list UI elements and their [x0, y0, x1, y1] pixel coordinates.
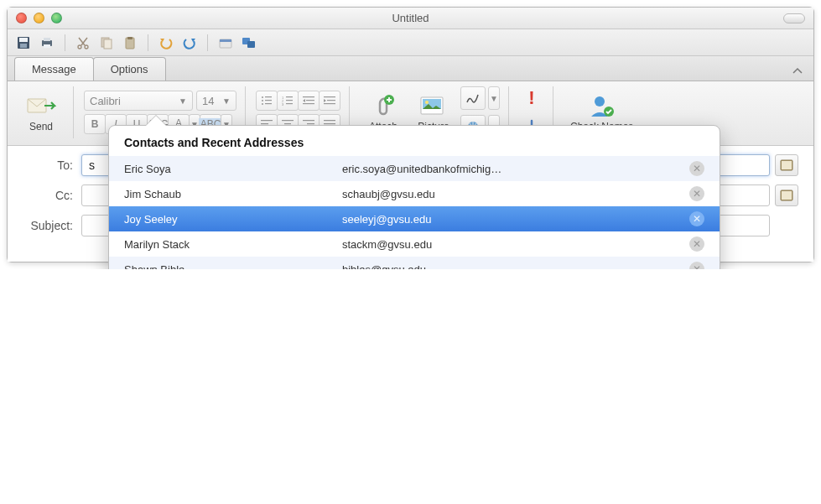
- remove-suggestion-icon[interactable]: ✕: [689, 236, 704, 252]
- to-label: To:: [23, 158, 81, 172]
- svg-rect-5: [44, 44, 50, 48]
- remove-suggestion-icon[interactable]: ✕: [689, 161, 704, 176]
- undo-icon[interactable]: [157, 34, 175, 52]
- cut-icon[interactable]: [74, 34, 92, 52]
- svg-point-50: [425, 101, 429, 104]
- titlebar-pill[interactable]: [783, 13, 805, 23]
- increase-indent-button[interactable]: [319, 91, 340, 111]
- font-family-select[interactable]: Calibri ▼: [84, 91, 193, 111]
- svg-rect-30: [306, 100, 314, 101]
- paperclip-icon: [368, 92, 398, 119]
- svg-point-7: [85, 45, 88, 49]
- svg-rect-58: [782, 191, 787, 200]
- contact-email: stackm@gvsu.edu: [342, 238, 689, 251]
- redo-icon[interactable]: [180, 34, 199, 52]
- cc-label: Cc:: [23, 189, 81, 202]
- svg-rect-34: [324, 103, 335, 104]
- svg-rect-32: [324, 96, 335, 97]
- quick-access-toolbar: [8, 29, 813, 56]
- svg-point-21: [262, 103, 263, 105]
- send-label: Send: [29, 121, 53, 132]
- signature-button[interactable]: [460, 86, 486, 110]
- window-title: Untitled: [8, 12, 813, 24]
- contact-email: seeleyj@gvsu.edu: [342, 213, 689, 226]
- svg-rect-56: [787, 161, 792, 169]
- svg-rect-29: [303, 96, 314, 97]
- picture-icon: [418, 92, 449, 119]
- svg-rect-38: [282, 120, 294, 121]
- svg-rect-59: [787, 191, 792, 200]
- autocomplete-item[interactable]: Eric Soyaeric.soya@unitedbankofmichig…✕: [109, 156, 720, 181]
- contact-email: eric.soya@unitedbankofmichig…: [342, 163, 689, 175]
- toolbox-icon[interactable]: [216, 34, 235, 52]
- bullet-list-button[interactable]: [256, 91, 278, 111]
- contact-email: schaubj@gvsu.edu: [342, 188, 689, 200]
- separator: [148, 34, 148, 51]
- remove-suggestion-icon[interactable]: ✕: [689, 186, 704, 201]
- contact-name: Marilyn Stack: [124, 238, 342, 251]
- chevron-down-icon: ▼: [222, 96, 231, 106]
- high-importance-button[interactable]: !: [519, 86, 544, 110]
- print-icon[interactable]: [38, 34, 56, 52]
- contact-name: Shawn Bible: [124, 263, 342, 270]
- svg-text:3: 3: [282, 102, 284, 106]
- remove-suggestion-icon[interactable]: ✕: [689, 211, 704, 226]
- windows-icon[interactable]: [240, 34, 258, 52]
- signature-dropdown[interactable]: ▼: [488, 86, 500, 110]
- svg-rect-55: [782, 161, 787, 169]
- contact-email: bibles@gvsu.edu: [342, 263, 689, 270]
- separator: [207, 34, 208, 51]
- paste-icon[interactable]: [121, 34, 139, 52]
- svg-rect-24: [286, 96, 293, 97]
- svg-rect-11: [127, 37, 133, 39]
- autocomplete-popover: Contacts and Recent Addresses Eric Soyae…: [108, 125, 720, 269]
- address-book-cc-button[interactable]: [775, 184, 798, 206]
- svg-rect-18: [265, 96, 272, 97]
- number-list-button[interactable]: 123: [277, 91, 299, 111]
- svg-rect-22: [265, 103, 272, 104]
- tab-options[interactable]: Options: [93, 57, 166, 81]
- svg-point-19: [262, 100, 263, 101]
- send-button[interactable]: Send: [18, 89, 65, 136]
- autocomplete-item[interactable]: Joy Seeleyseeleyj@gvsu.edu✕: [109, 206, 720, 231]
- svg-rect-2: [20, 44, 27, 48]
- svg-rect-15: [247, 41, 255, 48]
- collapse-ribbon-icon[interactable]: [782, 62, 813, 81]
- titlebar: Untitled: [8, 8, 813, 29]
- separator: [65, 34, 65, 51]
- compose-window: Untitled: [7, 7, 814, 262]
- svg-point-6: [78, 45, 81, 49]
- tab-message[interactable]: Message: [14, 57, 94, 81]
- svg-point-17: [262, 96, 263, 98]
- autocomplete-list: Eric Soyaeric.soya@unitedbankofmichig…✕J…: [109, 156, 720, 269]
- decrease-indent-button[interactable]: [298, 91, 320, 111]
- address-book-to-button[interactable]: [775, 154, 798, 176]
- contact-name: Jim Schaub: [124, 188, 342, 200]
- svg-rect-4: [44, 38, 50, 41]
- svg-rect-1: [19, 38, 28, 42]
- bold-button[interactable]: B: [84, 114, 106, 134]
- svg-rect-31: [303, 103, 314, 104]
- font-size-value: 14: [202, 95, 214, 107]
- autocomplete-heading: Contacts and Recent Addresses: [124, 136, 704, 149]
- autocomplete-item[interactable]: Marilyn Stackstackm@gvsu.edu✕: [109, 231, 720, 257]
- send-icon: [26, 92, 56, 119]
- chevron-down-icon: ▼: [179, 96, 187, 106]
- contact-name: Eric Soya: [124, 163, 342, 175]
- ribbon-tabs: Message Options: [8, 56, 813, 81]
- svg-rect-13: [220, 39, 231, 42]
- contact-name: Joy Seeley: [124, 213, 342, 226]
- copy-icon[interactable]: [97, 34, 116, 52]
- save-icon[interactable]: [14, 34, 33, 52]
- autocomplete-item[interactable]: Jim Schaubschaubj@gvsu.edu✕: [109, 181, 720, 206]
- remove-suggestion-icon[interactable]: ✕: [689, 262, 704, 269]
- font-size-select[interactable]: 14 ▼: [196, 91, 236, 111]
- svg-rect-9: [104, 39, 112, 49]
- send-group: Send: [14, 86, 74, 138]
- autocomplete-item[interactable]: Shawn Biblebibles@gvsu.edu✕: [109, 257, 720, 269]
- svg-point-52: [595, 96, 605, 107]
- svg-rect-26: [286, 100, 293, 101]
- svg-rect-33: [327, 100, 335, 101]
- svg-rect-28: [286, 103, 293, 104]
- svg-rect-41: [303, 120, 314, 121]
